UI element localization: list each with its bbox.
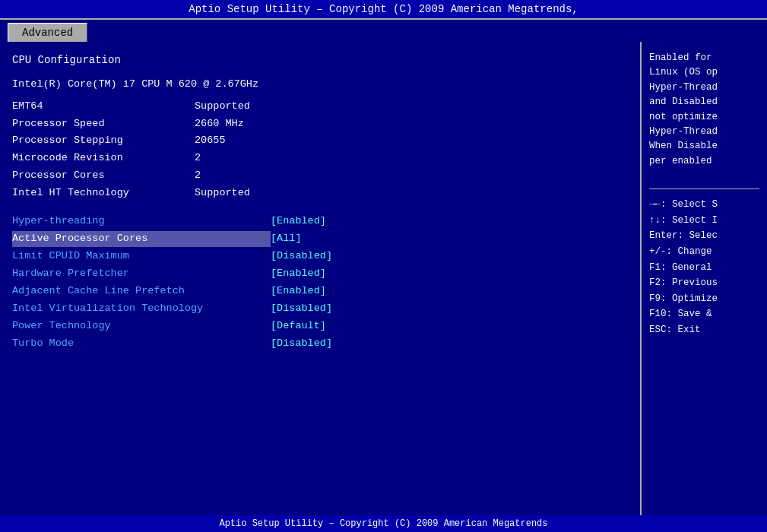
setting-power-tech-value: [Default] [271, 318, 326, 334]
setting-turbo-value: [Disabled] [271, 336, 332, 352]
setting-hyperthreading-label: Hyper-threading [12, 214, 271, 230]
setting-hyperthreading-value: [Enabled] [271, 214, 326, 230]
setting-active-cores[interactable]: Active Processor Cores [All] [12, 231, 628, 247]
main-area: CPU Configuration Intel(R) Core(TM) i7 C… [0, 42, 767, 521]
info-emt64-label: EMT64 [12, 99, 195, 115]
info-stepping-value: 20655 [195, 133, 226, 149]
tab-bar: Advanced [0, 20, 767, 42]
header-title: Aptio Setup Utility – Copyright (C) 2009… [189, 3, 578, 15]
info-microcode: Microcode Revision 2 [12, 150, 628, 166]
setting-adj-cache-value: [Enabled] [271, 283, 326, 299]
cpu-model: Intel(R) Core(TM) i7 CPU M 620 @ 2.67GHz [12, 77, 628, 93]
info-speed-label: Processor Speed [12, 116, 195, 132]
left-panel: CPU Configuration Intel(R) Core(TM) i7 C… [0, 42, 642, 521]
setting-turbo[interactable]: Turbo Mode [Disabled] [12, 336, 628, 352]
footer-bar: Aptio Setup Utility – Copyright (C) 2009… [0, 515, 767, 532]
cpu-configuration-title: CPU Configuration [12, 52, 628, 69]
setting-hyperthreading[interactable]: Hyper-threading [Enabled] [12, 214, 628, 230]
info-emt64-value: Supported [195, 99, 250, 115]
help-text: Enabled for Linux (OS op Hyper-Thread an… [649, 51, 759, 169]
info-speed-value: 2660 MHz [195, 116, 244, 132]
key-select-screen: →←: Select S [649, 197, 759, 213]
info-cores: Processor Cores 2 [12, 168, 628, 184]
footer-text: Aptio Setup Utility – Copyright (C) 2009… [219, 518, 547, 529]
setting-limit-cpuid[interactable]: Limit CPUID Maximum [Disabled] [12, 249, 628, 264]
tab-advanced[interactable]: Advanced [8, 23, 87, 42]
info-cores-value: 2 [195, 168, 201, 184]
info-speed: Processor Speed 2660 MHz [12, 116, 628, 132]
setting-vt-label: Intel Virtualization Technology [12, 301, 271, 317]
right-panel: Enabled for Linux (OS op Hyper-Thread an… [642, 42, 767, 521]
info-stepping-label: Processor Stepping [12, 133, 195, 149]
info-microcode-value: 2 [195, 150, 201, 166]
setting-turbo-label: Turbo Mode [12, 336, 271, 352]
setting-adj-cache[interactable]: Adjacent Cache Line Prefetch [Enabled] [12, 283, 628, 299]
info-emt64: EMT64 Supported [12, 99, 628, 115]
key-f1: F1: General [649, 260, 759, 276]
setting-limit-cpuid-value: [Disabled] [271, 249, 332, 264]
divider [649, 188, 759, 189]
setting-active-cores-value: [All] [271, 231, 302, 247]
info-cores-label: Processor Cores [12, 168, 195, 184]
info-stepping: Processor Stepping 20655 [12, 133, 628, 149]
key-f10: F10: Save & [649, 306, 759, 322]
info-ht-value: Supported [195, 185, 250, 201]
key-f2: F2: Previous [649, 275, 759, 291]
info-microcode-label: Microcode Revision [12, 150, 195, 166]
setting-hw-prefetch[interactable]: Hardware Prefetcher [Enabled] [12, 266, 628, 282]
key-esc: ESC: Exit [649, 322, 759, 338]
setting-power-tech[interactable]: Power Technology [Default] [12, 318, 628, 334]
setting-adj-cache-label: Adjacent Cache Line Prefetch [12, 283, 271, 299]
setting-hw-prefetch-label: Hardware Prefetcher [12, 266, 271, 282]
key-help: →←: Select S ↑↓: Select I Enter: Selec +… [649, 197, 759, 338]
key-change: +/-: Change [649, 244, 759, 260]
setting-vt-value: [Disabled] [271, 301, 332, 317]
setting-vt[interactable]: Intel Virtualization Technology [Disable… [12, 301, 628, 317]
info-ht: Intel HT Technology Supported [12, 185, 628, 201]
key-select-item: ↑↓: Select I [649, 213, 759, 229]
setting-limit-cpuid-label: Limit CPUID Maximum [12, 249, 271, 264]
setting-hw-prefetch-value: [Enabled] [271, 266, 326, 282]
info-ht-label: Intel HT Technology [12, 185, 195, 201]
header-bar: Aptio Setup Utility – Copyright (C) 2009… [0, 0, 767, 20]
key-f9: F9: Optimize [649, 291, 759, 307]
key-enter: Enter: Selec [649, 228, 759, 244]
setting-active-cores-label: Active Processor Cores [12, 231, 271, 247]
setting-power-tech-label: Power Technology [12, 318, 271, 334]
